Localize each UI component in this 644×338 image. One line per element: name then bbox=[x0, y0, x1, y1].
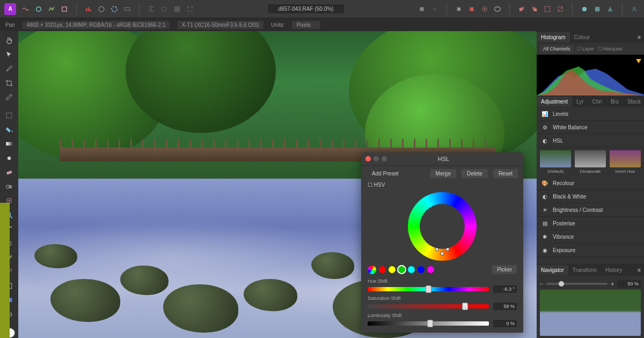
app-logo-icon[interactable]: A bbox=[4, 3, 16, 15]
merge-button[interactable]: Merge bbox=[430, 169, 456, 178]
exposure-icon: ◉ bbox=[541, 246, 548, 254]
wheel-handle[interactable] bbox=[435, 247, 439, 251]
style1-icon[interactable] bbox=[579, 4, 590, 14]
hue-slider[interactable] bbox=[368, 287, 489, 291]
move-tool-icon[interactable] bbox=[3, 49, 15, 59]
tab-brushes[interactable]: Brs bbox=[606, 97, 623, 107]
adjustment-exposure[interactable]: ◉Exposure bbox=[537, 244, 644, 257]
hsv-checkbox[interactable]: ☐ HSV bbox=[361, 181, 523, 190]
style3-icon[interactable] bbox=[605, 4, 616, 14]
add-preset-button[interactable]: Add Preset bbox=[367, 169, 404, 178]
export-persona-icon[interactable] bbox=[59, 4, 70, 14]
tab-adjustment[interactable]: Adjustment bbox=[537, 97, 572, 107]
adjustment-levels[interactable]: 📊Levels bbox=[537, 107, 644, 121]
close-icon[interactable] bbox=[365, 156, 371, 161]
wheel-handle[interactable] bbox=[446, 247, 450, 251]
adjustment-bw[interactable]: ◐Black & White bbox=[537, 190, 644, 203]
style2-icon[interactable] bbox=[592, 4, 603, 14]
wheel-handle[interactable] bbox=[441, 252, 444, 255]
panel-menu-icon[interactable]: ≡ bbox=[634, 267, 644, 273]
brush-tool-icon[interactable] bbox=[3, 64, 15, 74]
scope-icon[interactable] bbox=[96, 4, 107, 14]
hue-value[interactable]: -6.3 ° bbox=[493, 285, 517, 293]
colorpicker-tool-icon[interactable] bbox=[3, 92, 15, 102]
adjustment-posterise[interactable]: ▤Posterise bbox=[537, 217, 644, 230]
liquify-persona-icon[interactable] bbox=[33, 4, 44, 14]
panel-menu-icon[interactable]: ≡ bbox=[634, 34, 644, 40]
zoom-value[interactable]: 50 % bbox=[617, 280, 641, 288]
master-swatch[interactable] bbox=[368, 266, 376, 274]
tone-persona-icon[interactable] bbox=[46, 4, 57, 14]
tab-transform[interactable]: Transform bbox=[568, 265, 601, 275]
maximize-icon[interactable] bbox=[382, 156, 387, 161]
channels-icon[interactable] bbox=[122, 4, 133, 14]
stack-icon[interactable] bbox=[492, 4, 503, 14]
dialog-titlebar[interactable]: HSL bbox=[361, 152, 523, 166]
navigator-thumbnail[interactable] bbox=[540, 290, 641, 336]
swatch-cyan[interactable] bbox=[408, 266, 415, 273]
preset-desaturate[interactable]: Desaturate bbox=[574, 150, 607, 174]
adjustment-hsl[interactable]: ◐HSL bbox=[537, 134, 644, 148]
tab-histogram[interactable]: Histogram bbox=[537, 32, 570, 42]
reset-button[interactable]: Reset bbox=[493, 169, 518, 178]
grid-icon[interactable] bbox=[172, 4, 182, 14]
color-wheel[interactable] bbox=[408, 192, 477, 261]
tab-channels[interactable]: Chn bbox=[588, 97, 606, 107]
preset-invert-hue[interactable]: Invert Hue bbox=[609, 150, 641, 174]
picker-button[interactable]: Picker bbox=[492, 265, 517, 274]
eraser-tool-icon[interactable] bbox=[3, 167, 15, 177]
saturation-slider[interactable]: ↖ bbox=[368, 304, 489, 308]
adjustment-vibrance[interactable]: ✱Vibrance bbox=[537, 230, 644, 244]
paint-tool-icon[interactable] bbox=[3, 153, 15, 163]
swatch-magenta[interactable] bbox=[427, 266, 434, 273]
swatch-yellow[interactable] bbox=[389, 266, 396, 273]
refine-icon[interactable] bbox=[466, 4, 477, 14]
preset-default[interactable]: (Default) bbox=[539, 150, 572, 174]
histogram-toggle-icon[interactable] bbox=[83, 4, 94, 14]
pan-tool-icon[interactable] bbox=[3, 35, 15, 45]
quickmask-icon[interactable] bbox=[453, 4, 464, 14]
adjustment-brightness-contrast[interactable]: ☀Brightness / Contrast bbox=[537, 203, 644, 217]
adjustment-white-balance[interactable]: ⚙White Balance bbox=[537, 121, 644, 134]
channels-select[interactable]: All Channels bbox=[540, 45, 574, 53]
delete-button[interactable]: Delete bbox=[462, 169, 488, 178]
marquee-tool-icon[interactable] bbox=[3, 111, 15, 120]
zoom-in-icon[interactable]: + bbox=[611, 281, 614, 287]
swatch-red[interactable] bbox=[379, 266, 386, 273]
crop-marks-icon[interactable] bbox=[185, 4, 195, 14]
develop-persona-icon[interactable] bbox=[20, 4, 31, 14]
adjustment-recolour[interactable]: 🎨Recolour bbox=[537, 177, 644, 190]
crop-tool-icon[interactable] bbox=[3, 78, 15, 87]
account-icon[interactable] bbox=[629, 4, 640, 14]
selection-mode-icon[interactable] bbox=[416, 4, 427, 14]
layer-checkbox[interactable]: ☐ Layer bbox=[577, 46, 595, 52]
swatch-blue[interactable] bbox=[418, 266, 425, 273]
tab-navigator[interactable]: Navigator bbox=[537, 265, 568, 275]
units-select[interactable]: Pixels bbox=[292, 21, 320, 29]
move-back-icon[interactable] bbox=[542, 4, 553, 14]
move-front-icon[interactable] bbox=[516, 4, 527, 14]
marquee-checkbox[interactable]: ☐ Marquee bbox=[598, 46, 623, 52]
move-forward-icon[interactable] bbox=[529, 4, 540, 14]
tab-layers[interactable]: Lyr bbox=[572, 97, 588, 107]
clone-tool-icon[interactable] bbox=[3, 182, 15, 192]
gradient-tool-icon[interactable] bbox=[3, 139, 15, 149]
zoom-out-icon[interactable]: − bbox=[540, 281, 543, 287]
saturation-value[interactable]: 58 % bbox=[493, 303, 517, 310]
tab-history[interactable]: History bbox=[601, 265, 626, 275]
snap-icon[interactable] bbox=[159, 4, 170, 14]
minimize-icon[interactable] bbox=[374, 156, 379, 161]
luminosity-slider[interactable] bbox=[368, 321, 489, 326]
tab-colour[interactable]: Colour bbox=[570, 32, 594, 42]
style-tools bbox=[579, 4, 616, 14]
align-icon[interactable] bbox=[146, 4, 157, 14]
colorwheel-icon[interactable] bbox=[109, 4, 120, 14]
swatch-green[interactable] bbox=[398, 266, 405, 273]
target-icon[interactable] bbox=[479, 4, 490, 14]
dropdown-icon[interactable] bbox=[429, 4, 440, 14]
zoom-slider[interactable] bbox=[546, 283, 608, 285]
tab-stock[interactable]: Stock bbox=[623, 97, 644, 107]
move-last-icon[interactable] bbox=[555, 4, 566, 14]
luminosity-value[interactable]: 0 % bbox=[493, 320, 517, 327]
flood-tool-icon[interactable] bbox=[3, 125, 15, 135]
